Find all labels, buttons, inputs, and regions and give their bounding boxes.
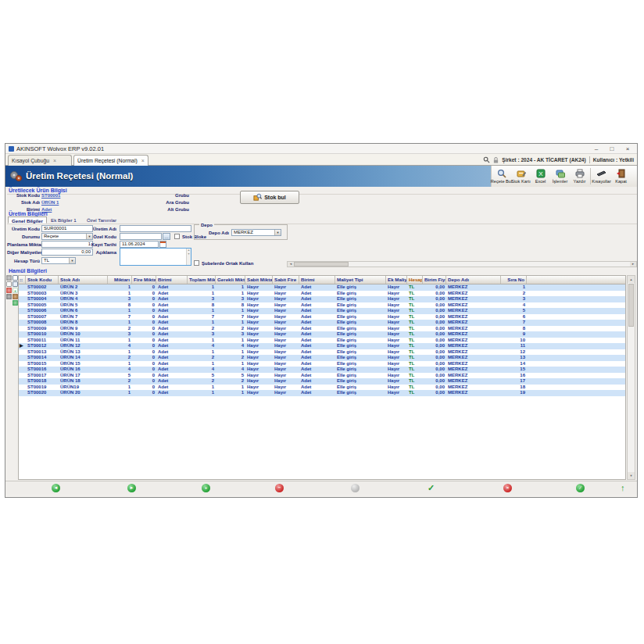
scrollbar-thumb[interactable] xyxy=(294,262,349,267)
col-maliyet-tipi[interactable]: Maliyet Tipi xyxy=(335,276,386,284)
table-row[interactable]: ST00011 ÜRÜN 11 1 0 Adet 1 1 Hayır Hayır… xyxy=(19,338,625,344)
chevron-down-icon[interactable]: ▼ xyxy=(274,230,281,235)
depo-adi-select[interactable]: MERKEZ▼ xyxy=(231,229,281,236)
settings-gear-icon[interactable] xyxy=(6,275,12,281)
kayit-tarihi-input[interactable]: 11.06.2024 xyxy=(120,241,159,248)
col-birim-fiyati[interactable]: Birim Fiyatı xyxy=(423,276,446,284)
table-row[interactable]: ST00016 ÜRÜN 16 4 0 Adet 4 4 Hayır Hayır… xyxy=(19,367,625,373)
table-row[interactable]: ST00010 ÜRÜN 10 3 0 Adet 3 3 Hayır Hayır… xyxy=(19,331,625,338)
paste-doc-icon[interactable] xyxy=(13,281,18,287)
cancel-button[interactable]: × xyxy=(503,484,512,492)
cell-fire-miktari: 0 xyxy=(132,373,156,379)
col-sabit-fire[interactable]: Sabit Fire xyxy=(273,276,299,284)
cell-stok-kodu: ST00004 xyxy=(26,296,59,302)
prev-record-button[interactable]: ◄ xyxy=(52,484,60,492)
table-row[interactable]: ST00018 ÜRÜN 18 2 0 Adet 2 2 Hayır Hayır… xyxy=(19,378,625,385)
cell-depo-adi: MERKEZ xyxy=(446,378,501,385)
table-row[interactable]: ST00004 ÜRÜN 4 3 0 Adet 3 3 Hayır Hayır … xyxy=(19,296,625,302)
table-row[interactable]: ST00019 ÜRÜN19 1 0 Adet 1 1 Hayır Hayır … xyxy=(19,385,625,391)
hesap-turu-select[interactable]: TL▼ xyxy=(41,257,76,264)
add-plus-icon[interactable]: + xyxy=(13,288,18,293)
stok-bul-button[interactable]: Stok bul xyxy=(240,191,299,204)
col-birimi-2[interactable]: Birimi xyxy=(299,276,335,284)
calendar-icon[interactable] xyxy=(159,241,166,248)
delete-record-button[interactable]: − xyxy=(275,484,284,492)
table-row[interactable]: ST00003 ÜRÜN 3 1 0 Adet 1 1 Hayır Hayır … xyxy=(19,291,625,297)
scrollbar-thumb[interactable] xyxy=(628,284,634,327)
tab-genel-bilgiler[interactable]: Genel Bilgiler xyxy=(8,216,47,224)
cell-miktari: 1 xyxy=(108,349,132,356)
aciklama-textarea[interactable]: ▲▼ xyxy=(120,248,191,266)
new-doc-icon[interactable] xyxy=(6,281,12,287)
yazdir-button[interactable]: Yazdır xyxy=(570,166,589,187)
scroll-down-icon[interactable]: ▼ xyxy=(628,472,635,479)
table-row[interactable]: ST00009 ÜRÜN 9 2 0 Adet 2 2 Hayır Hayır … xyxy=(19,326,625,332)
table-row[interactable]: ST00013 ÜRÜN 13 1 0 Adet 1 1 Hayır Hayır… xyxy=(19,349,625,356)
confirm-button[interactable]: ✓ xyxy=(428,483,435,493)
table-row[interactable]: ST00007 ÜRÜN 7 7 0 Adet 7 7 Hayır Hayır … xyxy=(19,314,625,320)
col-gerekli-miktar[interactable]: Gerekli Miktar xyxy=(216,276,245,284)
refresh-button[interactable] xyxy=(351,484,360,492)
table-row[interactable]: ▶ ST00012 ÜRÜN 12 4 0 Adet 4 4 Hayır Hay… xyxy=(19,343,625,349)
col-birimi[interactable]: Birimi xyxy=(156,276,188,284)
col-fire-miktari[interactable]: Fire Miktarı xyxy=(132,276,156,284)
col-ek-maliyet[interactable]: Ek Maliyet xyxy=(386,276,407,284)
uretim-adi-input[interactable] xyxy=(120,225,191,232)
tab-uretim-recetesi[interactable]: Üretim Reçetesi (Normal) × xyxy=(73,155,148,166)
stok-adi-link[interactable]: ÜRÜN 1 xyxy=(41,199,59,206)
col-depo-adi[interactable]: Depo Adı xyxy=(446,276,501,284)
abort-button[interactable]: ∕ xyxy=(576,484,585,492)
add-record-button[interactable]: + xyxy=(202,484,210,492)
tab-close-icon[interactable]: × xyxy=(53,158,56,163)
vertical-scrollbar[interactable]: ▲ ▼ xyxy=(627,275,635,480)
col-stok-kodu[interactable]: Stok Kodu xyxy=(26,276,59,284)
col-toplam-miktar[interactable]: Toplam Miktar xyxy=(188,276,216,284)
ozel-kodu-picker-icon[interactable]: … xyxy=(163,233,170,240)
undo-red-icon[interactable] xyxy=(6,288,12,293)
ozel-kodu-input[interactable] xyxy=(120,233,162,240)
scroll-up-icon[interactable]: ▲ xyxy=(628,276,635,283)
kisayollar-button[interactable]: Kısayollar xyxy=(592,166,611,187)
stok-karti-button[interactable]: Stok Kartı xyxy=(511,166,531,187)
horizontal-scrollbar[interactable]: ◄ ► xyxy=(287,261,637,267)
stok-kodu-link[interactable]: ST00001 xyxy=(41,192,60,199)
scroll-top-button[interactable]: ↑ xyxy=(621,483,625,493)
table-row[interactable]: ST00002 ÜRÜN 2 1 0 Adet 1 1 Hayır Hayır … xyxy=(19,284,625,291)
tab-ek-bilgiler-1[interactable]: Ek Bilgiler 1 xyxy=(48,216,80,224)
excel-button[interactable]: X Excel xyxy=(531,166,550,187)
subelerde-ortak-kullan-checkbox[interactable] xyxy=(194,260,199,266)
tab-ozel-tanimlar[interactable]: Özel Tanımlar xyxy=(84,216,120,224)
recete-bul-button[interactable]: Reçete Bul xyxy=(492,166,511,187)
kapat-button[interactable]: Kapat xyxy=(611,166,631,187)
export-icon[interactable] xyxy=(13,300,18,306)
search-icon[interactable] xyxy=(483,156,490,163)
scroll-left-icon[interactable]: ◄ xyxy=(288,262,294,267)
table-row[interactable]: ST00006 ÜRÜN 6 1 0 Adet 1 1 Hayır Hayır … xyxy=(19,308,625,314)
copy-doc-icon[interactable] xyxy=(13,275,18,281)
table-row[interactable]: ST00008 ÜRÜN 8 1 0 Adet 1 1 Hayır Hayır … xyxy=(19,320,625,326)
package-icon[interactable] xyxy=(13,294,18,299)
tab-kisayol-cubugu[interactable]: Kısayol Çubuğu × xyxy=(8,155,72,166)
scroll-right-icon[interactable]: ► xyxy=(630,262,636,267)
table-row[interactable]: ST00020 ÜRÜN 20 1 0 Adet 1 1 Hayır Hayır… xyxy=(19,390,625,396)
scrollbar[interactable]: ▲▼ xyxy=(186,249,191,265)
stok-bloke-checkbox[interactable] xyxy=(174,234,180,239)
col-sabit-miktar[interactable]: Sabit Miktar xyxy=(245,276,273,284)
chevron-down-icon[interactable]: ▼ xyxy=(69,258,75,263)
next-record-button[interactable]: ► xyxy=(127,484,136,492)
col-miktari[interactable]: Miktarı xyxy=(108,276,132,284)
col-stok-adi[interactable]: Stok Adı xyxy=(59,276,108,284)
tab-close-icon[interactable]: × xyxy=(141,158,145,163)
table-row[interactable]: ST00017 ÜRÜN 17 5 0 Adet 5 5 Hayır Hayır… xyxy=(19,373,625,379)
table-row[interactable]: ST00005 ÜRÜN 5 8 0 Adet 8 8 Hayır Hayır … xyxy=(19,302,625,309)
table-row[interactable]: ST00015 ÜRÜN 15 1 0 Adet 1 1 Hayır Hayır… xyxy=(19,361,625,367)
col-hesap[interactable]: Hesap xyxy=(407,276,423,284)
close-button[interactable]: × xyxy=(620,144,635,154)
row-indicator xyxy=(19,355,26,361)
gear-dark-icon[interactable] xyxy=(6,294,12,299)
minimize-button[interactable]: – xyxy=(589,144,604,154)
islemler-button[interactable]: İşlemler xyxy=(550,166,570,187)
table-row[interactable]: ST00014 ÜRÜN 14 2 0 Adet 2 2 Hayır Hayır… xyxy=(19,355,625,361)
maximize-button[interactable]: □ xyxy=(604,144,620,154)
col-sira-no[interactable]: Sıra No xyxy=(501,276,527,284)
